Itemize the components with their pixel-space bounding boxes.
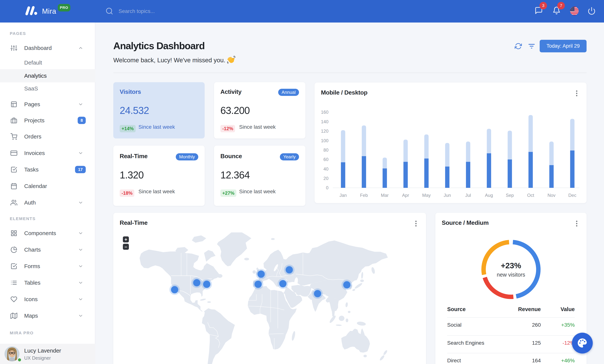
svg-text:Feb: Feb (360, 193, 368, 198)
svg-text:Dec: Dec (568, 193, 577, 198)
svg-text:Apr: Apr (402, 193, 409, 198)
svg-text:100: 100 (321, 138, 328, 143)
svg-text:Sep: Sep (506, 193, 514, 198)
svg-text:Jul: Jul (465, 193, 471, 198)
svg-text:20: 20 (323, 176, 328, 181)
svg-text:May: May (422, 193, 431, 198)
svg-text:160: 160 (321, 110, 328, 115)
svg-text:0: 0 (326, 185, 328, 190)
svg-text:120: 120 (321, 128, 328, 134)
svg-text:60: 60 (323, 157, 328, 162)
svg-text:Nov: Nov (548, 193, 556, 198)
svg-text:40: 40 (323, 166, 328, 172)
svg-text:80: 80 (323, 148, 328, 152)
svg-text:Jun: Jun (444, 193, 451, 198)
svg-text:140: 140 (321, 119, 328, 124)
svg-text:Jan: Jan (340, 193, 347, 198)
svg-text:Oct: Oct (527, 193, 534, 198)
svg-text:Aug: Aug (485, 193, 493, 198)
svg-text:Mar: Mar (381, 193, 389, 198)
